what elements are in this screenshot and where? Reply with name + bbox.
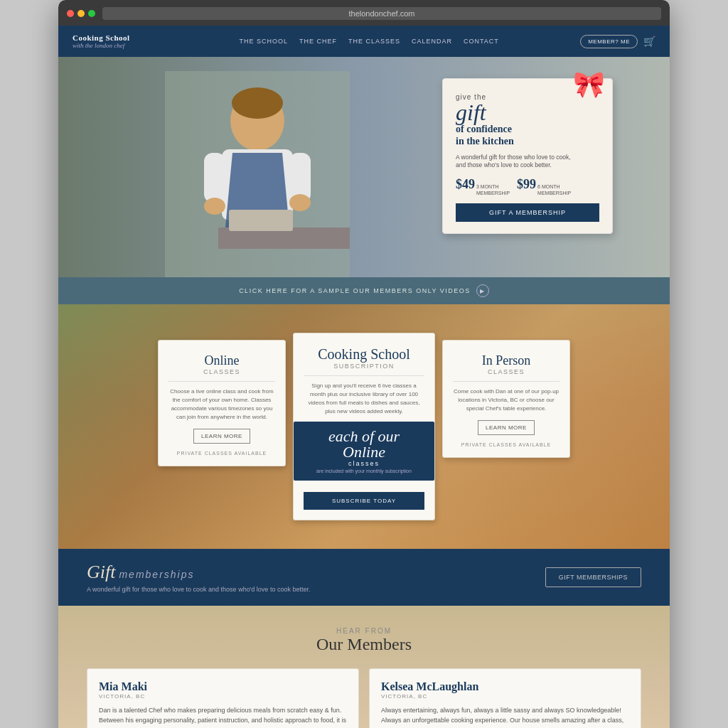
cart-icon[interactable]: 🛒 bbox=[643, 36, 655, 48]
in-person-learn-more-button[interactable]: LEARN MORE bbox=[478, 420, 535, 435]
gift-card: 🎀 give the gift of confidencein the kitc… bbox=[442, 78, 613, 234]
testimonials-section: hear from Our Members Mia Maki VICTORIA,… bbox=[58, 606, 670, 728]
svg-point-7 bbox=[289, 194, 311, 211]
hear-from-label: hear from bbox=[87, 627, 641, 635]
cooking-school-divider bbox=[304, 375, 424, 376]
in-person-card-title: In Person bbox=[453, 353, 560, 368]
address-bar[interactable]: thelondonchef.com bbox=[102, 7, 661, 20]
online-learn-more-button[interactable]: LEARN MORE bbox=[193, 429, 250, 444]
cooking-school-card: Cooking School subscription Sign up and … bbox=[293, 333, 435, 520]
svg-point-2 bbox=[232, 87, 283, 119]
svg-rect-4 bbox=[204, 153, 225, 203]
browser-chrome: thelondonchef.com bbox=[58, 0, 670, 26]
gift-membership-section: Gift memberships A wonderful gift for th… bbox=[58, 549, 670, 606]
testimonial-location-1: VICTORIA, BC bbox=[99, 693, 347, 700]
gift-membership-left: Gift memberships A wonderful gift for th… bbox=[87, 562, 310, 593]
sample-banner-text: CLICK HERE FOR A SAMPLE OUR MEMBERS ONLY… bbox=[239, 287, 471, 294]
logo-subtitle: with the london chef bbox=[73, 42, 158, 49]
svg-rect-9 bbox=[229, 210, 293, 231]
logo-title: Cooking School bbox=[73, 33, 158, 42]
navbar: Cooking School with the london chef THE … bbox=[58, 26, 670, 57]
testimonial-text-1: Dan is a talented Chef who makes prepari… bbox=[99, 705, 347, 728]
nav-links: THE SCHOOL THE CHEF THE CLASSES CALENDAR… bbox=[172, 38, 566, 45]
cooking-school-dark-banner: each of our Online classes are included … bbox=[294, 422, 434, 481]
cooking-school-card-title: Cooking School bbox=[304, 346, 424, 363]
cooking-school-body: Sign up and you'll receive 6 live classe… bbox=[304, 382, 424, 416]
dot-red[interactable] bbox=[67, 10, 74, 17]
testimonial-location-2: VICTORIA, BC bbox=[381, 693, 629, 700]
nav-contact[interactable]: CONTACT bbox=[464, 38, 499, 45]
food-section: Online classes Choose a live online clas… bbox=[58, 304, 670, 549]
included-text: are included with your monthly subscript… bbox=[299, 469, 429, 473]
in-person-private-badge: PRIVATE CLASSES AVAILABLE bbox=[453, 442, 560, 447]
nav-the-chef[interactable]: THE CHEF bbox=[299, 38, 337, 45]
sample-banner[interactable]: CLICK HERE FOR A SAMPLE OUR MEMBERS ONLY… bbox=[58, 277, 670, 304]
testimonial-text-2: Always entertaining, always fun, always … bbox=[381, 705, 629, 728]
gift-subtitle: A wonderful gift for those who love to c… bbox=[456, 154, 599, 171]
testimonials-row: Mia Maki VICTORIA, BC Dan is a talented … bbox=[87, 668, 641, 728]
gift-pricing: $49 3 MONTHMEMBERSHIP $99 6 MONTHMEMBERS… bbox=[456, 177, 599, 196]
online-card-subtitle: classes bbox=[168, 368, 275, 375]
cards-row: Online classes Choose a live online clas… bbox=[87, 326, 641, 520]
svg-point-6 bbox=[204, 198, 225, 215]
gift-membership-desc: A wonderful gift for those who love to c… bbox=[87, 586, 310, 593]
browser-dots bbox=[67, 10, 95, 17]
chef-image bbox=[165, 71, 350, 277]
gift-title: gift bbox=[456, 101, 599, 124]
online-card-body: Choose a live online class and cook from… bbox=[168, 387, 275, 422]
gift-membership-heading: Gift memberships bbox=[87, 562, 310, 583]
price-2-label: 6 MONTHMEMBERSHIP bbox=[537, 184, 571, 196]
in-person-body: Come cook with Dan at one of our pop-up … bbox=[453, 387, 560, 413]
play-icon[interactable]: ▶ bbox=[476, 284, 489, 297]
price-99: $99 bbox=[517, 177, 536, 192]
cooking-school-card-subtitle: subscription bbox=[304, 363, 424, 370]
gift-memberships-button[interactable]: GIFT MEMBERSHIPS bbox=[545, 567, 641, 587]
hero-section: 🎀 give the gift of confidencein the kitc… bbox=[58, 57, 670, 277]
price-49: $49 bbox=[456, 177, 475, 192]
price-1-label: 3 MONTHMEMBERSHIP bbox=[476, 184, 510, 196]
gift-membership-hero-button[interactable]: GIFT A MEMBERSHIP bbox=[456, 203, 599, 222]
subscribe-today-button[interactable]: SUBSCRIBE TODAY bbox=[304, 492, 424, 510]
testimonial-card-1: Mia Maki VICTORIA, BC Dan is a talented … bbox=[87, 668, 359, 728]
hear-from: hear from Our Members bbox=[87, 627, 641, 654]
online-card-title: Online bbox=[168, 353, 275, 368]
dot-green[interactable] bbox=[88, 10, 95, 17]
browser-window: thelondonchef.com Cooking School with th… bbox=[58, 0, 670, 728]
gift-italic: Gift bbox=[87, 562, 115, 582]
member-button[interactable]: MEMBER? ME bbox=[580, 35, 638, 48]
nav-the-school[interactable]: THE SCHOOL bbox=[239, 38, 288, 45]
gift-ribbon-icon: 🎀 bbox=[573, 72, 605, 97]
of-confidence-text: of confidencein the kitchen bbox=[456, 124, 599, 148]
testimonial-name-2: Kelsea McLaughlan bbox=[381, 680, 629, 693]
testimonial-card-2: Kelsea McLaughlan VICTORIA, BC Always en… bbox=[369, 668, 641, 728]
classes-small-text: classes bbox=[299, 460, 429, 467]
nav-calendar[interactable]: CALENDAR bbox=[412, 38, 452, 45]
online-private-badge: PRIVATE CLASSES AVAILABLE bbox=[168, 451, 275, 456]
in-person-card-subtitle: classes bbox=[453, 368, 560, 375]
website-content: Cooking School with the london chef THE … bbox=[58, 26, 670, 728]
online-classes-card: Online classes Choose a live online clas… bbox=[158, 340, 286, 466]
nav-the-classes[interactable]: THE CLASSES bbox=[348, 38, 400, 45]
testimonial-name-1: Mia Maki bbox=[99, 680, 347, 693]
price-3-month: $49 3 MONTHMEMBERSHIP bbox=[456, 177, 510, 196]
nav-right: MEMBER? ME 🛒 bbox=[580, 35, 655, 48]
online-card-divider bbox=[168, 381, 275, 382]
logo-area: Cooking School with the london chef bbox=[73, 33, 158, 49]
each-online-large: each of our bbox=[299, 429, 429, 444]
url-text: thelondonchef.com bbox=[349, 9, 415, 18]
our-members-title: Our Members bbox=[87, 635, 641, 654]
in-person-card: In Person classes Come cook with Dan at … bbox=[442, 340, 570, 458]
in-person-divider bbox=[453, 381, 560, 382]
memberships-text: memberships bbox=[119, 569, 194, 580]
price-6-month: $99 6 MONTHMEMBERSHIP bbox=[517, 177, 571, 196]
online-large-text: Online bbox=[299, 444, 429, 460]
dot-yellow[interactable] bbox=[77, 10, 85, 17]
